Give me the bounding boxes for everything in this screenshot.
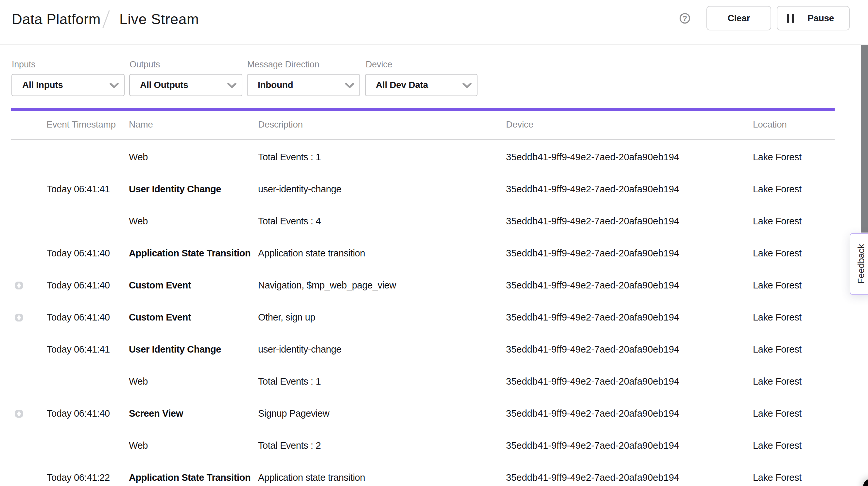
svg-text:?: ? (683, 14, 687, 23)
